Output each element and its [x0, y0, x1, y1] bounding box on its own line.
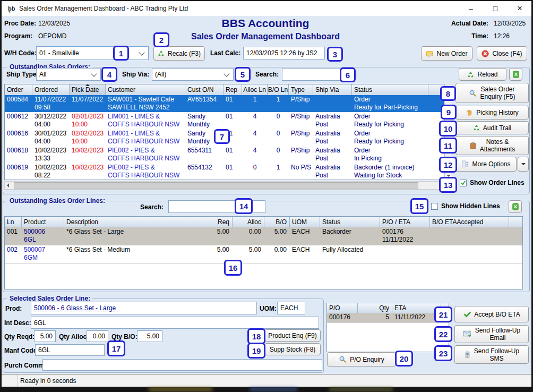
orders-excel-export-button[interactable] — [509, 68, 522, 81]
col-header-type[interactable]: Type — [289, 84, 313, 95]
order-line-row[interactable]: 001 500006 6GL *6 Glass Set - Large 5.00… — [5, 227, 522, 246]
product-link[interactable]: 500006 - 6 Glass Set - Large — [34, 304, 116, 312]
col-header-qty[interactable]: Qty — [358, 303, 392, 313]
callout-18: 18 — [247, 328, 265, 344]
screen-title: Sales Order Management Dashboard — [159, 32, 372, 41]
callout-10: 10 — [439, 121, 457, 137]
wh-code-combo[interactable]: 01 - Smallville — [36, 46, 149, 60]
show-hidden-lines-label: Show Hidden Lines — [441, 202, 500, 210]
col-header-po[interactable]: P/O — [327, 303, 358, 313]
ship-via-combo[interactable]: (All) — [152, 68, 234, 81]
more-options-button[interactable]: More Options — [455, 157, 517, 172]
maximize-button[interactable]: □ — [485, 1, 505, 16]
col-header-pick-date[interactable]: Pick Date — [70, 84, 106, 95]
orders-search-input[interactable] — [282, 68, 340, 81]
close-window-button[interactable]: × — [510, 1, 530, 16]
ship-type-combo[interactable]: All — [36, 68, 101, 81]
col-header-ordered[interactable]: Ordered — [32, 84, 70, 95]
callout-9: 9 — [441, 105, 457, 120]
col-header-po-eta[interactable]: P/O / ETA — [380, 217, 430, 227]
actual-date-value: 12/03/2025 — [494, 20, 526, 27]
lines-excel-export-button[interactable] — [509, 200, 522, 213]
hand-icon — [466, 109, 473, 116]
time-value: 12:26 — [494, 32, 510, 40]
order-row[interactable]: 000584 11/07/2022 09:58 11/07/2022 SAW00… — [5, 95, 444, 113]
supp-stock-button[interactable]: Supp Stock (F8) — [264, 343, 321, 355]
product-enq-button[interactable]: Product Enq (F9) — [264, 329, 321, 342]
picking-history-button[interactable]: Picking History — [455, 106, 529, 120]
col-header-req[interactable]: Req — [218, 217, 233, 227]
order-row[interactable]: 000619 10/02/2023 08:22 10/02/2023 PIE00… — [5, 163, 444, 180]
lines-group-label: Outstanding Sales Order Lines: — [7, 197, 107, 204]
order-line-row[interactable]: 002 500007 6GM *6 Glass Set - Medium 5.0… — [5, 245, 522, 264]
selected-line-group-label: Selected Sales Order Line: — [7, 295, 92, 302]
ship-via-label: Ship Via: — [122, 71, 149, 78]
scroll-left-icon[interactable] — [7, 183, 9, 188]
col-header-status[interactable]: Status — [352, 84, 428, 95]
reload-button[interactable]: Reload — [459, 68, 506, 81]
options-list-icon — [461, 160, 469, 168]
col-header-uom[interactable]: UOM — [290, 217, 320, 227]
prod-link-field[interactable]: 500006 - 6 Glass Set - Large — [31, 302, 257, 314]
hscroll-thumb[interactable] — [14, 182, 418, 189]
orders-hscrollbar[interactable] — [4, 181, 452, 190]
send-followup-sms-button[interactable]: Send Follow-Up SMS — [454, 345, 529, 364]
show-order-lines-checkbox[interactable] — [460, 180, 467, 186]
callout-21: 21 — [434, 306, 452, 322]
manf-code-field: 6GL — [35, 344, 105, 356]
callout-2: 2 — [153, 32, 169, 47]
col-header-ln[interactable]: Ln — [5, 217, 22, 227]
po-enquiry-button[interactable]: P/O Enquiry — [327, 352, 396, 367]
col-header-bo-ln[interactable]: B/O Ln — [268, 84, 289, 95]
show-hidden-lines-checkbox[interactable] — [431, 203, 438, 210]
lines-table-header: Ln Product Description Req Alloc B/O UOM… — [5, 217, 522, 228]
chevron-down-icon — [139, 49, 144, 55]
col-header-ship-via[interactable]: Ship Via — [313, 84, 352, 95]
program-value: OEPOMD — [38, 32, 66, 40]
col-header-rep[interactable]: Rep — [223, 84, 242, 95]
more-options-dropdown-button[interactable] — [518, 157, 529, 172]
po-row[interactable]: 000176 5 11/11/2022 — [327, 313, 449, 323]
orders-table-header: Order Ordered Pick Date Customer Cust O/… — [5, 84, 444, 96]
prod-label: Prod: — [5, 305, 22, 312]
audit-trail-button[interactable]: Audit Trail — [455, 121, 529, 134]
callout-15: 15 — [410, 198, 428, 214]
qty-alloc-label: Qty Alloc: — [59, 333, 89, 340]
green-check-icon — [463, 310, 471, 318]
col-header-status[interactable]: Status — [320, 217, 380, 227]
col-header-cust-on[interactable]: Cust O/N — [185, 84, 223, 95]
minimize-button[interactable]: – — [461, 1, 481, 16]
chevron-down-icon — [521, 163, 526, 165]
accept-bo-eta-button[interactable]: Accept B/O ETA — [454, 306, 529, 322]
col-header-alloc[interactable]: Alloc — [233, 217, 264, 227]
new-order-button[interactable]: New Order — [421, 46, 472, 61]
col-header-product[interactable]: Product — [22, 217, 64, 227]
col-header-bo[interactable]: B/O — [264, 217, 290, 227]
send-followup-email-button[interactable]: Send Follow-Up Email — [454, 325, 529, 343]
purch-comm-field — [42, 359, 322, 371]
close-f4-button[interactable]: Close (F4) — [477, 46, 527, 61]
close-red-icon — [482, 50, 489, 57]
chevron-down-icon — [91, 71, 97, 76]
callout-11: 11 — [439, 138, 457, 154]
callout-19: 19 — [247, 343, 265, 359]
col-header-customer[interactable]: Customer — [106, 84, 185, 95]
order-row[interactable]: 000612 30/12/2022 04:00 02/01/2023 10:00… — [5, 112, 444, 130]
notes-attachments-button[interactable]: Notes & Attachments — [455, 136, 529, 155]
time-label: Time: — [441, 32, 488, 40]
magnifier-icon — [469, 89, 477, 97]
callout-17: 17 — [107, 340, 125, 356]
order-row[interactable]: 000618 10/02/2023 13:33 10/02/2023 PIE00… — [5, 146, 444, 164]
col-header-alloc-ln[interactable]: Alloc Ln — [242, 84, 268, 95]
sales-order-enquiry-button[interactable]: Sales Order Enquiry (F5) — [455, 83, 529, 103]
recalc-button[interactable]: Recalc (F3) — [153, 46, 205, 61]
actual-date-label: Actual Date: — [441, 20, 488, 27]
col-header-bo-eta-accepted[interactable]: B/O ETAAccepted — [430, 217, 509, 227]
qty-bo-label: Qty B/O: — [111, 333, 137, 340]
col-header-order[interactable]: Order — [5, 84, 32, 95]
uom-label: UOM: — [260, 305, 277, 312]
callout-23: 23 — [434, 345, 452, 361]
col-header-description[interactable]: Description — [64, 217, 218, 227]
callout-3: 3 — [327, 47, 343, 62]
app-window: bbs Sales Order Management Dashboard - A… — [0, 0, 533, 392]
